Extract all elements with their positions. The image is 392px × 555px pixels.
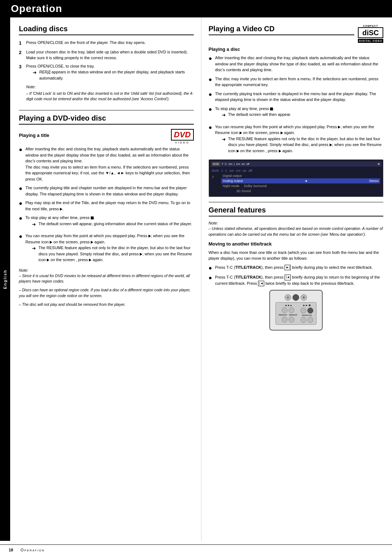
general-bullet-1: ● Press T-C (TITLE/TRACK), then press ►|… xyxy=(209,264,384,271)
dvd-arrow-5: ➜ The RESUME feature applies not only to… xyxy=(32,245,194,263)
section-divider-2 xyxy=(209,202,384,202)
dvd-bullets: ● After inserting the disc and closing t… xyxy=(19,146,194,265)
page-header: Operation xyxy=(0,0,392,17)
general-note: Note: – Unless stated otherwise, all ope… xyxy=(209,221,384,238)
step-3-content: Press OPEN/CLOSE, to close the tray. ➜ R… xyxy=(26,63,194,105)
dvd-bullet-1: ● After inserting the disc and closing t… xyxy=(19,146,194,182)
analog-label: Analog output xyxy=(223,179,243,183)
step-text-1: Press OPEN/CLOSE on the front of the pla… xyxy=(26,40,146,47)
vcd-arrow-4: ➜ The default screen will then appear. xyxy=(222,112,291,119)
remote-left-btns: ◄◄ ● REPEAT REPEAT xyxy=(279,304,298,323)
general-bullet-2: ● Press T-C (TITLE/TRACK), then press |◄… xyxy=(209,274,384,287)
remote-btn-dark-1 xyxy=(293,294,299,301)
dvd-logo-text: DVD xyxy=(174,130,191,139)
screen-no: no xyxy=(241,162,245,166)
bullet-icon-3: ● xyxy=(19,200,23,207)
dvd-arrow-5-text: The RESUME feature applies not only to t… xyxy=(38,245,194,263)
vcd-bullet-1-text: After inserting the disc and closing the… xyxy=(215,55,384,73)
vcd-bullet-3: ● The currently playing track number is … xyxy=(209,91,384,103)
screen-content: DVD 1 1 1m 1m no off ♪ xyxy=(211,167,382,195)
page: Operation English Loading discs 1 Press … xyxy=(0,0,392,555)
analog-arrow: ◄ xyxy=(304,179,307,183)
bullet-icon-1: ● xyxy=(19,146,23,153)
step-3-arrow: ➜ RERД appears in the status window and … xyxy=(33,69,194,81)
dvd-bullet-5-content: You can resume play from the point at wh… xyxy=(25,233,194,265)
screen-analog-output: Analog output ◄ Stereo xyxy=(221,178,380,183)
vcd-arrow-icon-5: ➜ xyxy=(222,136,227,143)
dvd-bullet-2-text: The currently playing title and chapter … xyxy=(25,185,194,197)
vcd-bullets: ● After inserting the disc and closing t… xyxy=(209,55,384,156)
remote-btn-row-2 xyxy=(282,317,294,323)
left-column: Loading discs 1 Press OPEN/CLOSE on the … xyxy=(10,17,201,541)
general-features-section: General features Note: – Unless stated o… xyxy=(209,206,384,331)
vcd-bullet-2-text: The disc may invite you to select an ite… xyxy=(215,76,384,88)
playing-vcd-section: Playing a Video CD COMPACT diSC DIGITAL … xyxy=(209,25,384,197)
remote-btn-d xyxy=(307,317,313,323)
vcd-bullet-4-text: To stop play at any time, press . xyxy=(215,106,291,112)
remote-btn-circle-2: ⊕ xyxy=(301,294,307,301)
step-num-1: 1 xyxy=(19,40,24,47)
vcd-screen-image: DVD T C 1m | 1m no off ⊕ DVD xyxy=(209,159,384,197)
screen-dvd-off: off xyxy=(249,169,252,173)
step-1: 1 Press OPEN/CLOSE on the front of the p… xyxy=(19,40,194,47)
remote-ff-label: ►► ⊕ xyxy=(303,304,311,307)
screen-main-content: ♪ Digital output Analog output ◄ Stereo xyxy=(212,173,380,194)
screen-cd-icon: ♪ xyxy=(212,173,220,194)
section-divider-1 xyxy=(19,110,194,110)
remote-box: ◎ ⊕ ◄◄ ● xyxy=(269,290,323,331)
vcd-bullet-icon-3: ● xyxy=(209,91,213,98)
step-3-note: Note: – If 'Child Lock' is set to ON and… xyxy=(26,84,194,102)
remote-btn-row-1 xyxy=(282,307,294,313)
remote-btn-row-4 xyxy=(301,317,313,323)
playing-dvd-title: Playing a DVD-video disc xyxy=(19,114,194,125)
screen-top-bar: DVD T C 1m | 1m no off ⊕ xyxy=(211,161,382,167)
dvd-bullet-3: ● Play may stop at the end of the Title,… xyxy=(19,200,194,212)
vcd-bullet-2: ● The disc may invite you to select an i… xyxy=(209,76,384,88)
step-text-2: Load your chosen disc in the tray, label… xyxy=(26,49,194,61)
screen-sep: | xyxy=(234,162,234,166)
remote-btn-dark-2 xyxy=(307,308,313,313)
arrow-icon-1: ➜ xyxy=(33,69,38,76)
vcd-bullet-5-content: You can resume play from the point at wh… xyxy=(215,124,384,156)
screen-dvd-label: DVD xyxy=(212,162,220,166)
loading-discs-section: Loading discs 1 Press OPEN/CLOSE on the … xyxy=(19,25,194,105)
screen-1m-1: 1m xyxy=(228,162,232,166)
vcd-bullet-4: ● To stop play at any time, press . ➜ Th… xyxy=(209,106,384,121)
vcd-bullet-icon-5: ● xyxy=(209,124,213,131)
loading-discs-steps: 1 Press OPEN/CLOSE on the front of the p… xyxy=(19,40,194,105)
general-bullet-1-text: Press T-C (TITLE/TRACK), then press ►| b… xyxy=(215,264,373,271)
screen-dvd-ch: 1 xyxy=(225,169,227,173)
general-note-text: – Unless stated otherwise, all operation… xyxy=(209,226,384,238)
screen-dvd-t1: 1m xyxy=(229,169,234,173)
playing-title-subtitle: Playing a title xyxy=(19,133,49,138)
page-title: Operation xyxy=(11,3,62,14)
remote-btn-ff xyxy=(301,308,306,313)
screen-off: off xyxy=(246,162,249,166)
vcd-bullet-3-text: The currently playing track number is di… xyxy=(215,91,384,103)
dvd-logo-box: DVD xyxy=(171,129,193,141)
vcd-arrow-5-text: The RESUME feature applies not only to t… xyxy=(228,136,384,154)
content-area: English Loading discs 1 Press OPEN/CLOSE… xyxy=(0,17,392,541)
vcd-arrow-4-text: The default screen will then appear. xyxy=(228,112,291,118)
vcd-header-row: Playing a Video CD COMPACT diSC DIGITAL … xyxy=(209,25,384,43)
title-track-bold-2: TITLE/TRACK xyxy=(235,275,261,279)
playing-vcd-title: Playing a Video CD xyxy=(209,25,354,35)
loading-discs-title: Loading discs xyxy=(19,25,194,35)
dvd-logo-sub: VIDEO xyxy=(171,141,193,144)
dvd-bullet-2: ● The currently playing title and chapte… xyxy=(19,185,194,197)
dvd-bullet-5: ● You can resume play from the point at … xyxy=(19,233,194,265)
dvd-bullet-4-text: To stop play at any other time, press . xyxy=(25,215,192,221)
screen-menu: Digital output Analog output ◄ Stereo Ni… xyxy=(221,173,380,194)
vcd-bullet-icon-1: ● xyxy=(209,55,213,62)
dvd-bullet-1-text: After inserting the disc and closing the… xyxy=(25,146,194,182)
remote-btn-rr xyxy=(282,307,287,313)
remote-btn-b xyxy=(289,317,294,323)
disc-logo-main: diSC xyxy=(358,27,383,38)
screen-c: C xyxy=(225,162,227,166)
remote-shuffle-text: SHUFFLE xyxy=(302,314,312,316)
screen-dvd-num: 1 xyxy=(221,169,223,173)
dvd-arrow-4: ➜ The default screen will appear, giving… xyxy=(32,221,192,228)
note-text-1: – If 'Child Lock' is set to ON and the d… xyxy=(26,91,194,102)
arrow-icon-5: ➜ xyxy=(32,245,37,252)
screen-t: T xyxy=(221,162,223,166)
